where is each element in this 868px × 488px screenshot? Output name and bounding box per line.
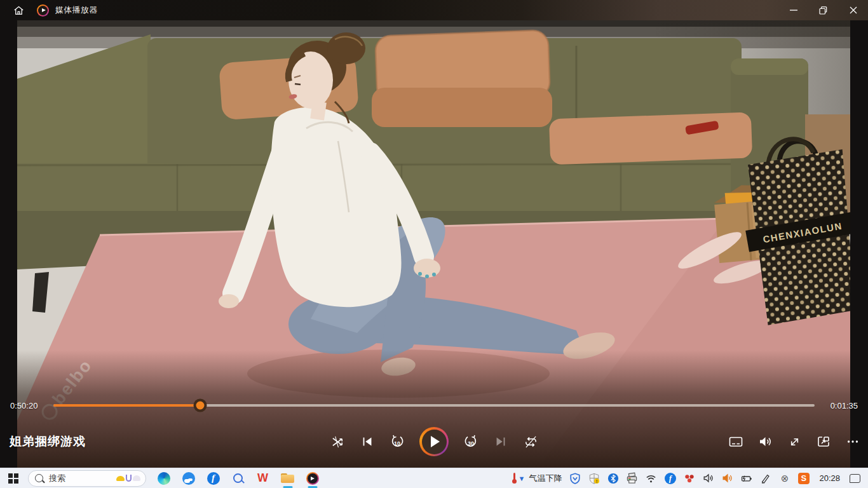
windows-logo-icon: [8, 473, 18, 484]
titlebar: 媒体播放器: [0, 0, 868, 20]
skip-back-button[interactable]: 10: [390, 434, 405, 449]
taskbar-clock[interactable]: 20:28: [817, 473, 843, 483]
play-icon: [422, 430, 447, 454]
cloud-browser-icon: [182, 472, 195, 485]
volume-icon: [757, 434, 773, 449]
wps-icon: W: [257, 471, 268, 485]
taskbar-wps[interactable]: W: [252, 468, 274, 488]
seek-row: 0:50:20 0:01:35: [0, 398, 868, 413]
next-button[interactable]: [493, 434, 508, 449]
weather-widget[interactable]: ▼ 气温下降: [512, 473, 562, 484]
app-title: 媒体播放器: [55, 4, 98, 16]
folder-icon: [281, 473, 294, 483]
more-options-button[interactable]: [845, 434, 860, 449]
skip-back-icon: 10: [390, 434, 405, 449]
running-indicator: [308, 486, 317, 488]
flash-tray-icon: f: [665, 473, 676, 484]
pen-icon: [760, 473, 771, 484]
shuffle-icon: [330, 435, 345, 449]
svg-text:30: 30: [468, 440, 474, 447]
tray-red-app[interactable]: [683, 472, 695, 484]
close-button[interactable]: [838, 0, 868, 20]
sogou-icon: S: [798, 473, 810, 484]
elapsed-time: 0:50:20: [10, 401, 46, 410]
taskbar-media-player[interactable]: [301, 468, 323, 488]
remaining-time: 0:01:35: [822, 401, 858, 410]
seek-played: [53, 404, 200, 407]
tray-wifi[interactable]: [645, 472, 657, 484]
taskbar-edge[interactable]: [153, 468, 175, 488]
media-player-icon: [306, 472, 319, 485]
home-icon: [13, 4, 25, 17]
notification-center-icon[interactable]: [850, 474, 860, 483]
svg-text:10: 10: [394, 440, 400, 447]
close-icon: [850, 6, 857, 14]
magnifier-icon: [233, 473, 243, 483]
volume-button[interactable]: [757, 434, 773, 449]
tray-pen[interactable]: [759, 472, 771, 484]
taskbar-file-explorer[interactable]: [276, 468, 299, 488]
defender-shield-icon: !: [588, 473, 600, 484]
previous-button[interactable]: [360, 434, 375, 449]
restore-icon: [819, 6, 827, 15]
home-button[interactable]: [9, 1, 28, 20]
shuffle-button[interactable]: [330, 434, 345, 449]
wifi-icon: [645, 472, 657, 484]
chef-hat-emoji-icon: [133, 475, 140, 481]
running-indicator: [283, 486, 292, 488]
media-player-window: 媒体播放器: [0, 0, 868, 488]
tray-volume-outline[interactable]: [702, 472, 714, 484]
tray-battery[interactable]: [740, 472, 752, 484]
circled-x-icon: ⊗: [781, 473, 789, 483]
play-button[interactable]: [419, 427, 449, 456]
skip-forward-button[interactable]: 30: [463, 434, 478, 449]
tray-flash[interactable]: f: [664, 472, 676, 484]
speaker-orange-icon: [721, 472, 733, 484]
taskbar-search-tool[interactable]: [227, 468, 249, 488]
fullscreen-button[interactable]: [787, 434, 802, 449]
speaker-outline-icon: [702, 472, 714, 484]
tray-disabled-item[interactable]: ⊗: [778, 472, 790, 484]
repeat-off-icon: [524, 435, 538, 449]
subtitles-button[interactable]: [728, 434, 743, 449]
player-stage: belbo: [0, 20, 868, 468]
previous-icon: [360, 435, 374, 449]
mini-player-icon: [816, 434, 831, 449]
subtitles-icon: [728, 434, 743, 449]
weather-text: 气温下降: [529, 473, 562, 484]
minimize-button[interactable]: [778, 0, 808, 20]
thermometer-icon: [512, 473, 517, 484]
tray-defender[interactable]: !: [588, 472, 600, 484]
search-box[interactable]: 搜索: [28, 470, 146, 487]
tray-printer[interactable]: [626, 472, 638, 484]
flash-icon: f: [207, 472, 220, 485]
fullscreen-icon: [787, 435, 802, 449]
edge-icon: [158, 472, 170, 485]
repeat-off-button[interactable]: [523, 434, 538, 449]
shield-icon: [569, 473, 581, 484]
next-icon: [494, 435, 508, 449]
printer-icon: [626, 472, 638, 484]
search-highlights: [116, 475, 140, 482]
search-icon: [35, 474, 43, 482]
tray-sogou[interactable]: S: [797, 472, 810, 484]
battery-icon: [740, 472, 752, 485]
video-title: 姐弟捆绑游戏: [10, 433, 86, 450]
mini-player-button[interactable]: [816, 434, 831, 449]
restore-button[interactable]: [808, 0, 838, 20]
minimize-icon: [790, 6, 797, 14]
transport-controls: 姐弟捆绑游戏: [0, 426, 868, 458]
tray-volume-orange[interactable]: [721, 472, 733, 484]
temp-down-arrow-icon: ▼: [519, 475, 526, 482]
svg-text:!: !: [596, 478, 597, 483]
taskbar-cloud-browser[interactable]: [177, 468, 200, 488]
start-button[interactable]: [0, 468, 27, 488]
app-logo-icon: [37, 4, 49, 17]
skip-forward-icon: 30: [463, 434, 478, 449]
seek-bar[interactable]: [53, 404, 815, 407]
tray-bluetooth[interactable]: [607, 472, 619, 484]
taskbar-flash-center[interactable]: f: [202, 468, 224, 488]
tray-pc-manager[interactable]: [569, 472, 581, 484]
hardhat-emoji-icon: [116, 476, 125, 481]
seek-thumb[interactable]: [194, 399, 207, 412]
